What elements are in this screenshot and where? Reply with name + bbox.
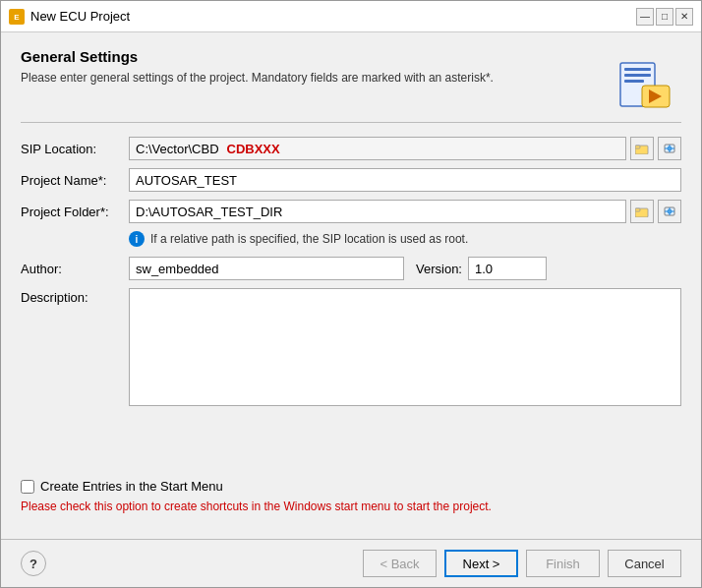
svg-rect-3 bbox=[624, 68, 651, 71]
app-icon: E bbox=[9, 9, 25, 25]
description-label: Description: bbox=[21, 288, 129, 305]
author-input[interactable] bbox=[129, 257, 404, 280]
sip-browse-folder-button[interactable] bbox=[630, 137, 654, 160]
project-folder-field-group bbox=[129, 200, 681, 223]
author-label: Author: bbox=[21, 262, 129, 276]
sip-highlight-text: CDBXXX bbox=[227, 142, 280, 156]
description-row: Description: bbox=[21, 288, 681, 469]
page-title: General Settings bbox=[21, 48, 603, 65]
footer-left: ? bbox=[21, 551, 46, 576]
maximize-button[interactable]: □ bbox=[656, 8, 673, 26]
finish-button[interactable]: Finish bbox=[526, 550, 600, 577]
sip-location-field-group: C:\Vector\CBD CDBXXX bbox=[129, 137, 681, 160]
svg-rect-5 bbox=[624, 80, 644, 83]
sip-browse-network-button[interactable] bbox=[658, 137, 681, 160]
window-controls: — □ ✕ bbox=[636, 8, 693, 26]
project-folder-label: Project Folder*: bbox=[21, 205, 129, 219]
svg-text:E: E bbox=[14, 13, 20, 22]
close-button[interactable]: ✕ bbox=[675, 8, 693, 26]
version-input[interactable] bbox=[468, 257, 547, 280]
version-label: Version: bbox=[416, 262, 462, 276]
description-textarea[interactable] bbox=[129, 288, 681, 406]
help-button[interactable]: ? bbox=[21, 551, 46, 576]
wizard-icon bbox=[613, 58, 672, 112]
info-icon: i bbox=[129, 231, 145, 247]
project-folder-row: Project Folder*: bbox=[21, 200, 681, 223]
header-divider bbox=[21, 122, 681, 123]
page-subtitle: Please enter general settings of the pro… bbox=[21, 71, 603, 85]
sip-location-display: C:\Vector\CBD CDBXXX bbox=[129, 137, 626, 160]
start-menu-checkbox-label: Create Entries in the Start Menu bbox=[40, 479, 223, 494]
project-name-row: Project Name*: bbox=[21, 168, 681, 192]
checkbox-row: Create Entries in the Start Menu bbox=[21, 479, 681, 494]
sip-location-row: SIP Location: C:\Vector\CBD CDBXXX bbox=[21, 137, 681, 160]
minimize-button[interactable]: — bbox=[636, 8, 654, 26]
footer: ? < Back Next > Finish Cancel bbox=[1, 539, 701, 587]
svg-rect-9 bbox=[635, 146, 640, 148]
next-button[interactable]: Next > bbox=[444, 550, 518, 577]
start-menu-checkbox[interactable] bbox=[21, 480, 34, 494]
project-folder-input[interactable] bbox=[129, 200, 626, 223]
side-icon-area bbox=[603, 48, 681, 112]
svg-rect-15 bbox=[635, 208, 640, 211]
info-text: If a relative path is specified, the SIP… bbox=[150, 232, 468, 246]
start-menu-note: Please check this option to create short… bbox=[21, 500, 681, 513]
main-window: E New ECU Project — □ ✕ General Settings… bbox=[0, 0, 702, 588]
back-button[interactable]: < Back bbox=[363, 550, 437, 577]
folder-browse-network-button[interactable] bbox=[658, 200, 681, 223]
cancel-button[interactable]: Cancel bbox=[608, 550, 681, 577]
header-row: General Settings Please enter general se… bbox=[21, 48, 681, 112]
sip-path-text: C:\Vector\CBD bbox=[136, 142, 219, 156]
author-version-row: Author: Version: bbox=[21, 257, 681, 280]
info-row: i If a relative path is specified, the S… bbox=[129, 231, 681, 247]
content-area: General Settings Please enter general se… bbox=[1, 32, 701, 539]
project-name-label: Project Name*: bbox=[21, 173, 129, 188]
main-panel: General Settings Please enter general se… bbox=[1, 32, 701, 539]
title-bar: E New ECU Project — □ ✕ bbox=[1, 1, 701, 32]
title-bar-left: E New ECU Project bbox=[9, 9, 130, 25]
window-title: New ECU Project bbox=[30, 9, 130, 24]
footer-right: < Back Next > Finish Cancel bbox=[363, 550, 681, 577]
project-name-input[interactable] bbox=[129, 168, 681, 192]
sip-location-label: SIP Location: bbox=[21, 142, 129, 156]
folder-browse-button[interactable] bbox=[630, 200, 654, 223]
header-text: General Settings Please enter general se… bbox=[21, 48, 603, 85]
svg-rect-4 bbox=[624, 74, 651, 77]
